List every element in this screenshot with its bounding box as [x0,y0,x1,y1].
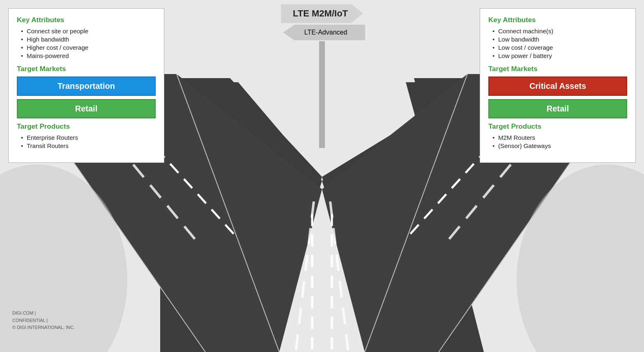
left-key-attributes-title: Key Attributes [17,16,156,24]
panel-left: Key Attributes Connect site or people Hi… [8,8,164,163]
sign-arrow-right: LTE M2M/IoT [281,4,363,23]
footer: DIGI.COM | CONFIDENTIAL | © DIGI INTERNA… [12,310,75,331]
right-attr-1: Connect machine(s) [492,28,627,35]
right-target-products-list: M2M Routers (Sensor) Gateways [488,134,627,149]
sign-lte-advanced: LTE-Advanced [283,25,365,40]
right-key-attributes-title: Key Attributes [488,16,627,24]
left-product-1: Enterprise Routers [21,134,156,141]
right-product-2: (Sensor) Gateways [492,142,627,149]
footer-line-2: CONFIDENTIAL | [12,317,75,324]
left-target-products-title: Target Products [17,123,156,131]
right-attr-2: Low bandwidth [492,36,627,43]
left-market-box-transportation: Transportation [17,76,156,96]
left-attr-2: High bandwidth [21,36,156,43]
sign-pole [319,41,325,148]
left-attr-1: Connect site or people [21,28,156,35]
footer-line-1: DIGI.COM | [12,310,75,317]
right-attr-3: Low cost / coverage [492,44,627,51]
left-product-2: Transit Routers [21,142,156,149]
right-target-products-title: Target Products [488,123,627,131]
right-target-markets-title: Target Markets [488,65,627,73]
sign-lte-m2m-label: LTE M2M/IoT [293,8,348,19]
sign-lte-m2m: LTE M2M/IoT [281,4,363,23]
signpost-area: LTE M2M/IoT LTE-Advanced [248,0,396,148]
right-key-attributes-list: Connect machine(s) Low bandwidth Low cos… [488,28,627,59]
right-attr-4: Low power / battery [492,52,627,59]
road-background: LTE M2M/IoT LTE-Advanced Key Attributes … [0,0,644,352]
left-key-attributes-list: Connect site or people High bandwidth Hi… [17,28,156,59]
left-target-products-list: Enterprise Routers Transit Routers [17,134,156,149]
left-attr-4: Mains-powered [21,52,156,59]
panel-right: Key Attributes Connect machine(s) Low ba… [480,8,636,163]
sign-lte-advanced-label: LTE-Advanced [304,29,347,36]
right-market-box-retail: Retail [488,99,627,118]
footer-line-3: © DIGI INTERNATIONAL, INC. [12,324,75,331]
left-attr-3: Higher cost / coverage [21,44,156,51]
left-target-markets-title: Target Markets [17,65,156,73]
left-market-box-retail: Retail [17,99,156,118]
right-market-box-critical-assets: Critical Assets [488,76,627,96]
right-product-1: M2M Routers [492,134,627,141]
